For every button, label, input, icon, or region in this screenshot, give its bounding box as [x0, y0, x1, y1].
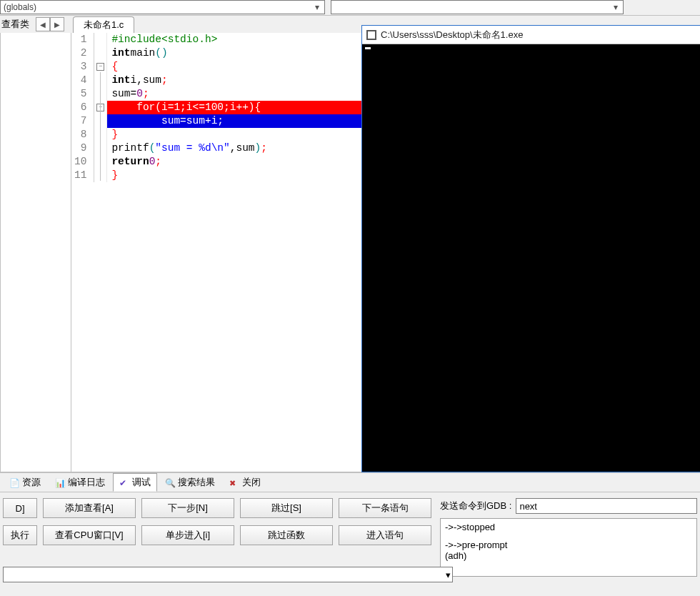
next-statement-button[interactable]: 下一条语句	[339, 498, 431, 518]
tab-compile-log-label: 编译日志	[68, 476, 105, 489]
next-step-button[interactable]: 下一步[N]	[141, 498, 234, 518]
gdb-output[interactable]: ->->stopped ->->pre-prompt (adh)	[440, 518, 697, 577]
line-number: 10	[71, 155, 94, 169]
bottom-tab-strip: 资源 编译日志 调试 搜索结果 关闭	[0, 472, 700, 492]
top-toolbar: (globals) ▾ ▾	[0, 0, 700, 16]
line-number-gutter: 1234567891011	[71, 33, 94, 182]
fold-column: −−	[94, 33, 107, 182]
skip-button[interactable]: 跳过[S]	[240, 498, 333, 518]
gdb-output-line: ->->stopped	[445, 522, 692, 532]
line-number: 11	[71, 169, 94, 182]
line-number: 9	[71, 141, 94, 155]
nav-buttons: ◀ ▶	[36, 17, 64, 31]
tab-resources[interactable]: 资源	[3, 473, 47, 492]
close-icon	[229, 477, 239, 487]
nav-next-button[interactable]: ▶	[50, 17, 64, 31]
tab-close-label: 关闭	[242, 476, 261, 489]
gdb-send-row: 发送命令到GDB :	[440, 498, 697, 514]
line-number: 5	[71, 87, 94, 101]
scope-combo[interactable]: (globals) ▾	[0, 0, 325, 14]
file-tab-bar: 未命名1.c	[73, 16, 134, 33]
tab-resources-label: 资源	[22, 476, 41, 489]
nav-prev-button[interactable]: ◀	[36, 17, 50, 31]
console-body[interactable]	[362, 44, 700, 472]
search-icon	[165, 477, 175, 487]
console-window[interactable]: C:\Users\sss\Desktop\未命名1.exe	[361, 25, 700, 472]
tab-search-results-label: 搜索结果	[178, 476, 215, 489]
command-combo[interactable]: ▾	[3, 567, 453, 582]
chevron-down-icon: ▾	[311, 2, 323, 12]
scope-combo-text: (globals)	[4, 2, 36, 12]
line-number: 7	[71, 114, 94, 128]
gdb-output-line: (adh)	[445, 550, 692, 561]
tab-compile-log[interactable]: 编译日志	[49, 473, 111, 492]
cpu-window-button[interactable]: 查看CPU窗口[V]	[43, 525, 136, 545]
step-into-button[interactable]: 单步进入[i]	[141, 525, 234, 545]
debug-icon	[119, 477, 129, 487]
tab-debug-label: 调试	[132, 476, 151, 489]
tab-search-results[interactable]: 搜索结果	[159, 473, 221, 492]
into-statement-button[interactable]: 进入语句	[339, 525, 431, 545]
console-title-text: C:\Users\sss\Desktop\未命名1.exe	[381, 29, 523, 41]
chevron-down-icon: ▾	[610, 2, 621, 12]
app-icon	[366, 30, 376, 40]
add-watch-button[interactable]: 添加查看[A]	[43, 498, 136, 518]
console-cursor	[365, 47, 371, 49]
line-number: 4	[71, 74, 94, 87]
gdb-area: 发送命令到GDB : ->->stopped ->->pre-prompt (a…	[434, 492, 700, 580]
line-number: 8	[71, 128, 94, 141]
gdb-output-line: ->->pre-prompt	[445, 540, 692, 550]
class-view-panel[interactable]	[0, 33, 71, 472]
gdb-label: 发送命令到GDB :	[440, 500, 511, 512]
console-titlebar[interactable]: C:\Users\sss\Desktop\未命名1.exe	[362, 26, 700, 44]
line-number: 2	[71, 46, 94, 60]
debug-d-button[interactable]: D]	[3, 498, 37, 518]
tab-close[interactable]: 关闭	[223, 473, 267, 492]
file-tab[interactable]: 未命名1.c	[73, 16, 134, 34]
file-tab-label: 未命名1.c	[84, 19, 124, 30]
line-number: 3	[71, 60, 94, 74]
chevron-down-icon: ▾	[446, 570, 451, 580]
tab-debug[interactable]: 调试	[113, 473, 157, 492]
compile-log-icon	[55, 477, 65, 487]
class-view-label: 查看类	[0, 18, 36, 31]
line-number: 1	[71, 33, 94, 46]
gdb-command-input[interactable]	[516, 498, 697, 514]
step-over-func-button[interactable]: 跳过函数	[240, 525, 333, 545]
fold-toggle[interactable]: −	[96, 63, 104, 71]
resources-icon	[9, 477, 19, 487]
run-button[interactable]: 执行	[3, 525, 37, 545]
line-number: 6	[71, 101, 94, 114]
symbol-combo[interactable]: ▾	[331, 0, 624, 14]
